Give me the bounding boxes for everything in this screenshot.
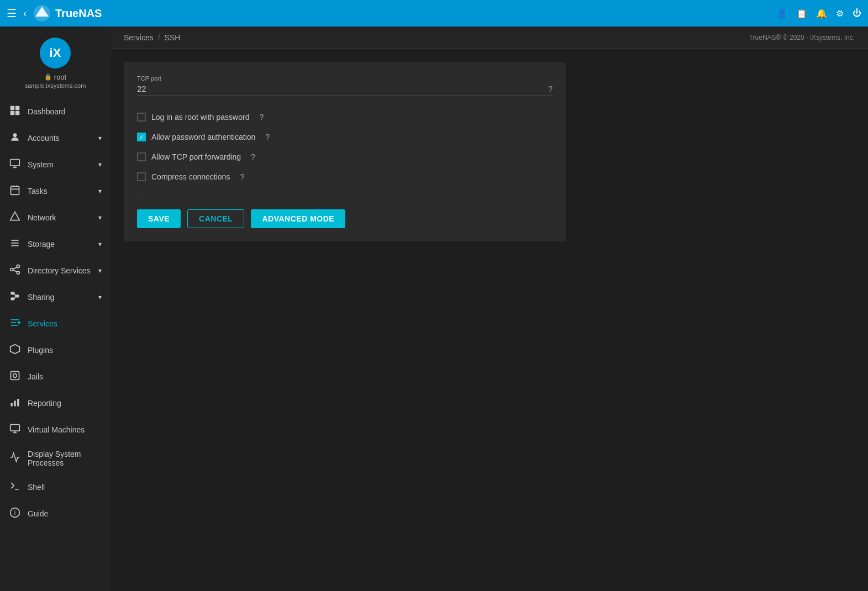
clipboard-icon[interactable]: 📋 <box>796 8 807 19</box>
form-actions: SAVE CANCEL ADVANCED MODE <box>137 209 553 228</box>
content-area: TCP port ? Log in as root with password?… <box>111 49 868 591</box>
tcp-port-label: TCP port <box>137 75 553 82</box>
checkbox-compress-connections[interactable] <box>137 172 146 181</box>
settings-icon[interactable]: ⚙ <box>836 8 844 19</box>
storage-icon <box>9 238 21 251</box>
sidebar-item-label: Reporting <box>28 399 102 408</box>
checkbox-log-in-root[interactable] <box>137 113 146 122</box>
sidebar-collapse-icon[interactable]: ‹ <box>23 8 27 19</box>
accounts-icon <box>9 131 21 145</box>
checkbox-row-log-in-root: Log in as root with password? <box>137 107 553 127</box>
svg-rect-3 <box>15 106 20 110</box>
svg-text:i: i <box>14 509 15 516</box>
sidebar-item-network[interactable]: Network▾ <box>0 204 111 231</box>
sidebar-nav: DashboardAccounts▾System▾Tasks▾Network▾S… <box>0 98 111 527</box>
tasks-icon <box>9 184 21 198</box>
sidebar-item-shell[interactable]: Shell <box>0 474 111 500</box>
system-icon <box>9 158 21 171</box>
sidebar-item-directory-services[interactable]: Directory Services▾ <box>0 257 111 284</box>
breadcrumb-parent[interactable]: Services <box>124 33 154 42</box>
sidebar-item-label: Jails <box>28 372 102 381</box>
breadcrumb-separator: / <box>158 33 160 42</box>
sidebar-item-virtual-machines[interactable]: Virtual Machines <box>0 416 111 443</box>
svg-point-13 <box>10 268 13 271</box>
virtual-machines-icon <box>9 423 21 436</box>
breadcrumb-current: SSH <box>165 33 181 42</box>
sidebar-item-dashboard[interactable]: Dashboard <box>0 98 111 125</box>
cancel-button[interactable]: CANCEL <box>187 209 244 228</box>
sidebar-item-label: Dashboard <box>28 107 102 116</box>
sidebar-item-label: Sharing <box>28 293 92 302</box>
bell-icon[interactable]: 🔔 <box>816 8 827 19</box>
breadcrumb: Services / SSH TrueNAS® © 2020 - iXsyste… <box>111 27 868 49</box>
sidebar-item-guide[interactable]: iGuide <box>0 500 111 527</box>
svg-point-15 <box>17 271 19 274</box>
sidebar-item-sharing[interactable]: Sharing▾ <box>0 284 111 310</box>
tcp-port-input[interactable] <box>137 84 544 93</box>
checkbox-label-allow-tcp-forwarding: Allow TCP port forwarding <box>151 152 241 161</box>
sidebar-item-reporting[interactable]: Reporting <box>0 390 111 416</box>
services-icon <box>9 317 21 330</box>
sidebar-item-accounts[interactable]: Accounts▾ <box>0 125 111 151</box>
sidebar-item-label: Services <box>28 319 102 328</box>
checkbox-row-compress-connections: Compress connections? <box>137 167 553 187</box>
guide-icon: i <box>9 507 21 520</box>
help-icon-allow-password-auth[interactable]: ? <box>265 133 270 141</box>
save-button[interactable]: SAVE <box>137 209 181 228</box>
sidebar-item-label: System <box>28 160 92 169</box>
sidebar-item-label: Tasks <box>28 187 92 196</box>
hamburger-menu-icon[interactable]: ☰ <box>7 7 17 20</box>
sidebar-item-jails[interactable]: Jails <box>0 363 111 390</box>
display-system-processes-icon <box>9 452 21 465</box>
topbar-actions: 👤 📋 🔔 ⚙ ⏻ <box>776 8 861 19</box>
sidebar-item-label: Shell <box>28 483 102 492</box>
sidebar-item-system[interactable]: System▾ <box>0 151 111 178</box>
svg-line-22 <box>14 296 15 299</box>
checkbox-row-allow-tcp-forwarding: Allow TCP port forwarding? <box>137 147 553 167</box>
advanced-mode-button[interactable]: ADVANCED MODE <box>251 209 345 228</box>
app-name: TrueNAS <box>55 7 102 20</box>
svg-rect-5 <box>15 111 20 115</box>
directory-services-icon <box>9 264 21 277</box>
checkbox-allow-tcp-forwarding[interactable] <box>137 152 146 161</box>
user-icon[interactable]: 👤 <box>776 8 787 19</box>
truenas-logo-icon <box>33 4 51 22</box>
help-icon-compress-connections[interactable]: ? <box>240 172 244 181</box>
main-content: Services / SSH TrueNAS® © 2020 - iXsyste… <box>111 27 868 591</box>
hostname: sample.ixsystems.com <box>25 82 86 89</box>
sidebar-item-label: Guide <box>28 509 102 518</box>
help-icon-log-in-root[interactable]: ? <box>259 113 264 122</box>
sidebar-item-display-system-processes[interactable]: Display System Processes <box>0 443 111 474</box>
checkbox-allow-password-auth[interactable] <box>137 133 146 141</box>
jails-icon <box>9 370 21 383</box>
lock-icon: 🔒 <box>44 73 52 81</box>
svg-point-14 <box>17 265 19 268</box>
breadcrumb-path: Services / SSH <box>124 33 180 42</box>
svg-rect-8 <box>11 186 19 194</box>
svg-rect-30 <box>14 401 15 407</box>
sidebar-item-label: Storage <box>28 240 92 249</box>
power-icon[interactable]: ⏻ <box>853 8 861 18</box>
svg-rect-27 <box>11 372 19 380</box>
sidebar-user: iX 🔒 root sample.ixsystems.com <box>0 27 111 98</box>
svg-line-17 <box>13 270 17 272</box>
tcp-port-help-icon[interactable]: ? <box>548 85 553 93</box>
form-divider <box>137 198 553 198</box>
copyright-text: TrueNAS® © 2020 - iXsystems, Inc. <box>749 34 855 41</box>
sidebar-item-label: Plugins <box>28 346 102 355</box>
sidebar-item-plugins[interactable]: Plugins <box>0 337 111 363</box>
reporting-icon <box>9 397 21 410</box>
sidebar-item-services[interactable]: Services <box>0 310 111 337</box>
sidebar: iX 🔒 root sample.ixsystems.com Dashboard… <box>0 27 111 591</box>
checkbox-label-compress-connections: Compress connections <box>151 172 230 181</box>
svg-rect-31 <box>17 399 19 406</box>
dashboard-icon <box>9 105 21 118</box>
sidebar-item-tasks[interactable]: Tasks▾ <box>0 178 111 204</box>
svg-rect-2 <box>10 106 15 110</box>
help-icon-allow-tcp-forwarding[interactable]: ? <box>251 152 255 161</box>
expand-arrow-icon: ▾ <box>98 187 102 195</box>
shell-icon <box>9 481 21 494</box>
sidebar-item-storage[interactable]: Storage▾ <box>0 231 111 257</box>
svg-line-21 <box>14 293 15 296</box>
topbar-left: ☰ ‹ TrueNAS <box>7 4 102 22</box>
